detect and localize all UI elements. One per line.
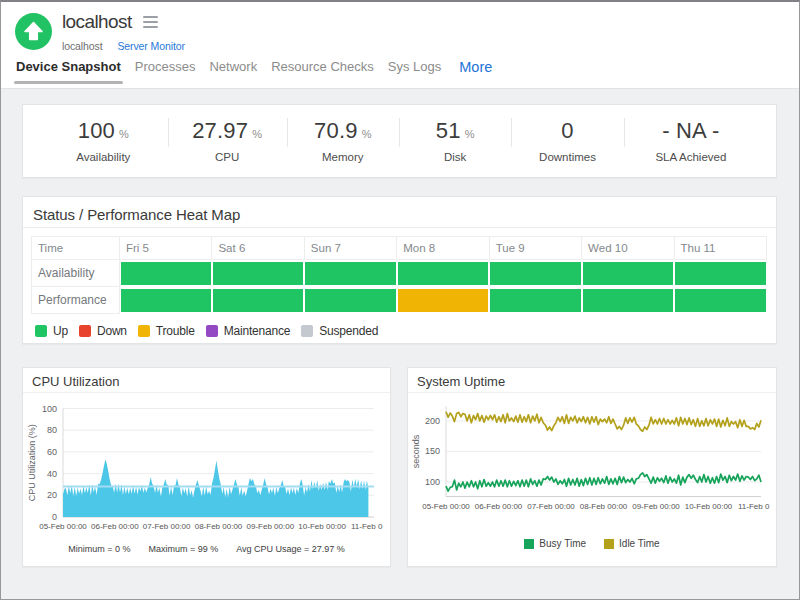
legend-label: Trouble — [156, 324, 195, 338]
x-tick-label: 06-Feb 00:00 — [91, 522, 139, 531]
heatmap-col-day: Fri 5 — [120, 237, 212, 260]
stat-value: 70.9 — [314, 120, 358, 142]
stat-disk: 51%Disk — [399, 105, 511, 177]
x-tick-label: 06-Feb 00:00 — [475, 502, 523, 511]
stat-value: - NA - — [662, 120, 719, 142]
heatmap-col-day: Tue 9 — [489, 237, 581, 260]
y-tick-label: 80 — [47, 425, 57, 435]
divider — [23, 227, 776, 228]
content-area: 100%Availability27.97%CPU70.9%Memory51%D… — [1, 88, 799, 599]
y-tick-label: 20 — [47, 490, 57, 500]
heatmap-cell-up[interactable] — [304, 287, 396, 314]
heatmap-cell-up[interactable] — [120, 260, 212, 287]
y-tick-label: 100 — [425, 477, 440, 487]
heatmap-cell-up[interactable] — [120, 287, 212, 314]
heatmap-table: TimeFri 5Sat 6Sun 7Mon 8Tue 9Wed 10Thu 1… — [31, 236, 767, 314]
legend-item-suspended: Suspended — [301, 324, 378, 338]
x-tick-label: 10-Feb 00:00 — [685, 502, 733, 511]
stat-memory: 70.9%Memory — [287, 105, 399, 177]
cpu-utilization-card: CPU Utilization 020406080100CPU Utilizat… — [22, 367, 391, 567]
line-series-idle-time — [446, 412, 761, 432]
tab-network[interactable]: Network — [209, 59, 257, 84]
legend-swatch — [206, 325, 218, 337]
heatmap-row-label: Performance — [32, 287, 120, 314]
heatmap-cell-up[interactable] — [489, 287, 581, 314]
stat-label: CPU — [215, 151, 239, 163]
cpu-chart: 020406080100CPU Utilization (%)05-Feb 00… — [23, 393, 390, 549]
system-uptime-card: System Uptime 100150200seconds05-Feb 00:… — [407, 367, 777, 567]
heatmap-cell-up[interactable] — [674, 287, 766, 314]
stat-unit: % — [252, 128, 262, 140]
breadcrumb: localhost Server Monitor — [62, 40, 185, 52]
tab-device-snapshot[interactable]: Device Snapshot — [16, 59, 121, 84]
breadcrumb-host: localhost — [62, 40, 103, 52]
legend-swatch — [301, 325, 313, 337]
heatmap-col-day: Sat 6 — [212, 237, 304, 260]
stat-unit: % — [362, 128, 372, 140]
legend-swatch — [524, 539, 534, 549]
tab-resource-checks[interactable]: Resource Checks — [271, 59, 374, 84]
legend-label: Up — [53, 324, 68, 338]
y-tick-label: 60 — [47, 447, 57, 457]
stat-cpu: 27.97%CPU — [168, 105, 287, 177]
hamburger-icon[interactable] — [143, 13, 158, 31]
page-title: localhost — [62, 11, 132, 33]
stat-value-row: 70.9% — [314, 120, 371, 142]
tab-processes[interactable]: Processes — [135, 59, 196, 84]
x-tick-label: 10-Feb 00:00 — [298, 522, 346, 531]
stat-label: Memory — [322, 151, 364, 163]
legend-item-maintenance: Maintenance — [206, 324, 291, 338]
heatmap-cell-up[interactable] — [397, 260, 489, 287]
stat-value: 27.97 — [192, 120, 248, 142]
legend-label: Busy Time — [539, 538, 586, 549]
stat-value: 51 — [436, 120, 461, 142]
stat-label: Disk — [444, 151, 466, 163]
y-axis-title: seconds — [411, 434, 421, 468]
legend-swatch — [35, 325, 47, 337]
heatmap-row-availability: Availability — [32, 260, 767, 287]
heatmap-cell-up[interactable] — [582, 287, 674, 314]
heatmap-cell-up[interactable] — [582, 260, 674, 287]
heatmap-col-day: Wed 10 — [582, 237, 674, 260]
heatmap-cell-up[interactable] — [304, 260, 396, 287]
stat-value: 100 — [78, 120, 115, 142]
uptime-legend-busy-time: Busy Time — [524, 538, 586, 549]
tab-sys-logs[interactable]: Sys Logs — [388, 59, 441, 84]
cpu-stat-text: Avg CPU Usage = 27.97 % — [236, 544, 345, 554]
uptime-chart: 100150200seconds05-Feb 00:0006-Feb 00:00… — [408, 393, 776, 549]
y-axis-title: CPU Utilization (%) — [27, 424, 37, 501]
x-tick-label: 05-Feb 00:00 — [39, 522, 87, 531]
heatmap-row-label: Availability — [32, 260, 120, 287]
x-tick-label: 05-Feb 00:00 — [422, 502, 470, 511]
heatmap-cell-trouble[interactable] — [397, 287, 489, 314]
legend-item-down: Down — [79, 324, 127, 338]
server-monitor-dashboard: { "header": { "status_icon": "up-arrow-i… — [0, 0, 800, 600]
stat-downtimes: 0Downtimes — [511, 105, 623, 177]
y-tick-label: 0 — [52, 512, 57, 522]
stat-value-row: 27.97% — [192, 120, 262, 142]
legend-label: Idle Time — [619, 538, 660, 549]
heatmap-cell-up[interactable] — [489, 260, 581, 287]
server-monitor-link[interactable]: Server Monitor — [117, 40, 184, 52]
heatmap-cell-up[interactable] — [212, 260, 304, 287]
summary-stats-card: 100%Availability27.97%CPU70.9%Memory51%D… — [22, 104, 777, 178]
cpu-chart-title: CPU Utilization — [23, 368, 390, 392]
tab-bar: Device SnapshotProcessesNetworkResource … — [16, 58, 492, 84]
x-tick-label: 11-Feb 0 — [738, 502, 770, 511]
heatmap-cell-up[interactable] — [674, 260, 766, 287]
heatmap-col-day: Mon 8 — [397, 237, 489, 260]
area-series-cpu-utilization — [63, 460, 368, 518]
y-tick-label: 40 — [47, 469, 57, 479]
y-tick-label: 100 — [42, 404, 57, 414]
page-header: localhost localhost Server Monitor Devic… — [1, 2, 799, 88]
stat-label: Downtimes — [539, 151, 596, 163]
heatmap-row-performance: Performance — [32, 287, 767, 314]
cpu-utilization-plot: 020406080100CPU Utilization (%)05-Feb 00… — [23, 393, 390, 545]
x-tick-label: 07-Feb 00:00 — [143, 522, 191, 531]
legend-item-up: Up — [35, 324, 68, 338]
legend-swatch — [138, 325, 150, 337]
tab-more[interactable]: More — [459, 59, 492, 75]
heatmap-cell-up[interactable] — [212, 287, 304, 314]
stat-value-row: 100% — [78, 120, 129, 142]
heatmap-card: Status / Performance Heat Map TimeFri 5S… — [22, 196, 777, 344]
